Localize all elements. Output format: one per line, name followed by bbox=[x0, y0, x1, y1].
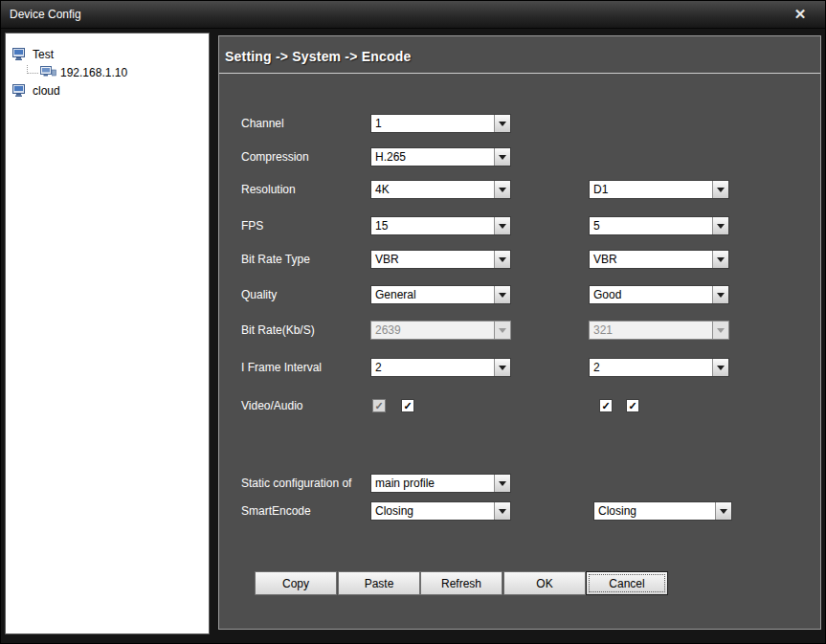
smart-encode-sub-select[interactable]: Closing bbox=[593, 501, 732, 521]
combo-value: 2639 bbox=[371, 322, 494, 339]
check-icon: ✓ bbox=[628, 400, 636, 411]
chevron-down-icon[interactable] bbox=[494, 286, 510, 303]
window-title: Device Config bbox=[10, 8, 81, 21]
video-checkbox-sub[interactable]: ✓ bbox=[599, 399, 613, 412]
combo-value: 4K bbox=[371, 181, 494, 198]
chevron-down-icon[interactable] bbox=[494, 475, 510, 492]
combo-value: main profile bbox=[371, 475, 494, 492]
check-icon: ✓ bbox=[601, 400, 610, 411]
combo-value: 15 bbox=[371, 217, 494, 234]
combo-value: 2 bbox=[371, 359, 494, 376]
combo-value: 5 bbox=[590, 217, 712, 234]
chevron-down-icon[interactable] bbox=[712, 359, 728, 376]
channel-label: Channel bbox=[241, 114, 284, 133]
chevron-down-icon[interactable] bbox=[712, 286, 728, 303]
chevron-down-icon[interactable] bbox=[712, 251, 728, 268]
chevron-down-icon[interactable] bbox=[494, 115, 510, 132]
fps-label: FPS bbox=[241, 216, 263, 235]
resolution-row: Resolution 4K D1 bbox=[219, 180, 820, 199]
channel-select[interactable]: 1 bbox=[370, 114, 511, 133]
chevron-down-icon[interactable] bbox=[712, 181, 728, 198]
quality-sub-select[interactable]: Good bbox=[589, 285, 729, 304]
bitrate-row: Bit Rate(Kb/S) 2639 321 bbox=[219, 321, 820, 340]
tree-branch-line bbox=[27, 65, 38, 74]
resolution-sub-select[interactable]: D1 bbox=[589, 180, 729, 199]
smart-encode-row: SmartEncode Closing Closing bbox=[219, 501, 820, 521]
combo-value: Good bbox=[590, 286, 712, 303]
device-icon bbox=[40, 66, 56, 78]
tree-item-device-ip[interactable]: 192.168.1.10 bbox=[6, 63, 209, 81]
ok-button[interactable]: OK bbox=[503, 571, 586, 595]
header-divider bbox=[219, 73, 820, 74]
iframe-interval-sub-select[interactable]: 2 bbox=[589, 358, 729, 377]
combo-value: D1 bbox=[590, 181, 712, 198]
device-config-window: Device Config ✕ Test bbox=[0, 0, 826, 644]
combo-value: 1 bbox=[371, 115, 494, 132]
combo-value: 2 bbox=[590, 359, 712, 376]
static-config-select[interactable]: main profile bbox=[370, 474, 511, 493]
refresh-button[interactable]: Refresh bbox=[420, 571, 502, 595]
audio-checkbox-main[interactable]: ✓ bbox=[401, 399, 414, 412]
smart-encode-main-select[interactable]: Closing bbox=[370, 501, 511, 521]
chevron-down-icon[interactable] bbox=[494, 502, 510, 520]
bitrate-type-label: Bit Rate Type bbox=[241, 250, 310, 269]
bitrate-sub-select: 321 bbox=[589, 321, 729, 340]
chevron-down-icon[interactable] bbox=[494, 148, 510, 166]
combo-value: 321 bbox=[590, 322, 712, 339]
channel-row: Channel 1 bbox=[219, 114, 820, 133]
video-checkbox-main[interactable]: ✓ bbox=[372, 399, 386, 412]
compression-row: Compression H.265 bbox=[219, 147, 820, 167]
close-icon[interactable]: ✕ bbox=[791, 6, 810, 23]
bitrate-type-sub-select[interactable]: VBR bbox=[589, 250, 729, 269]
button-row: Copy Paste Refresh OK Cancel bbox=[219, 571, 820, 595]
video-audio-label: Video/Audio bbox=[241, 396, 303, 415]
audio-checkbox-sub[interactable]: ✓ bbox=[626, 399, 639, 412]
quality-label: Quality bbox=[241, 285, 277, 304]
chevron-down-icon[interactable] bbox=[715, 502, 731, 520]
fps-sub-select[interactable]: 5 bbox=[589, 216, 729, 235]
paste-button[interactable]: Paste bbox=[338, 571, 420, 595]
tree-item-label: cloud bbox=[33, 84, 60, 98]
combo-value: H.265 bbox=[371, 148, 494, 166]
cancel-button[interactable]: Cancel bbox=[586, 571, 668, 595]
iframe-interval-main-select[interactable]: 2 bbox=[370, 358, 511, 377]
quality-row: Quality General Good bbox=[219, 285, 820, 304]
compression-select[interactable]: H.265 bbox=[370, 147, 511, 167]
copy-button[interactable]: Copy bbox=[255, 571, 337, 595]
bitrate-type-main-select[interactable]: VBR bbox=[370, 250, 511, 269]
check-icon: ✓ bbox=[374, 400, 383, 411]
check-icon: ✓ bbox=[403, 400, 412, 411]
static-config-label: Static configuration of bbox=[241, 474, 351, 493]
combo-value: Closing bbox=[594, 502, 715, 520]
breadcrumb: Setting -> System -> Encode bbox=[225, 49, 411, 64]
tree-item-test[interactable]: Test bbox=[6, 45, 209, 63]
chevron-down-icon[interactable] bbox=[494, 251, 510, 268]
device-group-icon bbox=[12, 84, 29, 98]
tree-item-cloud[interactable]: cloud bbox=[6, 81, 209, 100]
bitrate-type-row: Bit Rate Type VBR VBR bbox=[219, 250, 820, 269]
bitrate-main-select: 2639 bbox=[370, 321, 511, 340]
resolution-label: Resolution bbox=[241, 180, 296, 199]
title-bar: Device Config ✕ bbox=[1, 1, 825, 29]
combo-value: Closing bbox=[371, 502, 494, 520]
resolution-main-select[interactable]: 4K bbox=[370, 180, 511, 199]
iframe-interval-label: I Frame Interval bbox=[241, 358, 322, 377]
chevron-down-icon bbox=[494, 322, 510, 339]
chevron-down-icon bbox=[712, 322, 728, 339]
chevron-down-icon[interactable] bbox=[712, 217, 728, 234]
quality-main-select[interactable]: General bbox=[370, 285, 511, 304]
combo-value: VBR bbox=[371, 251, 494, 268]
video-audio-row: Video/Audio ✓ ✓ ✓ ✓ bbox=[219, 396, 820, 415]
tree-item-label: Test bbox=[33, 48, 54, 61]
device-group-icon bbox=[12, 48, 29, 61]
fps-main-select[interactable]: 15 bbox=[370, 216, 511, 235]
smart-encode-label: SmartEncode bbox=[241, 501, 311, 521]
encode-settings-panel: Setting -> System -> Encode Channel 1 Co… bbox=[218, 35, 821, 630]
compression-label: Compression bbox=[241, 147, 309, 167]
combo-value: VBR bbox=[590, 251, 712, 268]
chevron-down-icon[interactable] bbox=[494, 359, 510, 376]
chevron-down-icon[interactable] bbox=[494, 181, 510, 198]
combo-value: General bbox=[371, 286, 494, 303]
static-config-row: Static configuration of main profile bbox=[219, 474, 820, 493]
chevron-down-icon[interactable] bbox=[494, 217, 510, 234]
